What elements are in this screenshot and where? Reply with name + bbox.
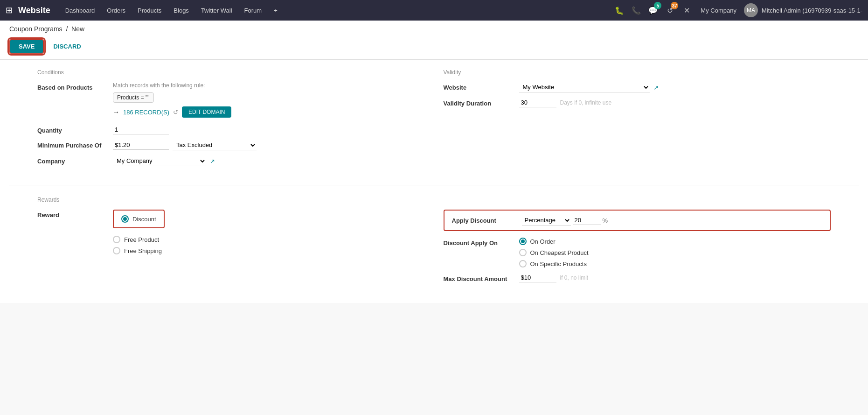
- conditions-validity-section: Conditions Based on Products Match recor…: [9, 60, 859, 181]
- nav-icons: 🐛 📞 💬 5 ↺ 37 ✕ My Company MA Mitchell Ad…: [613, 3, 862, 17]
- quantity-value: [113, 125, 425, 134]
- website-external-link-icon[interactable]: ↗: [653, 84, 659, 91]
- reward-free-product-radio[interactable]: [113, 236, 120, 243]
- max-discount-row: Max Discount Amount if 0, no limit: [444, 273, 831, 282]
- phone-icon[interactable]: 📞: [630, 4, 643, 17]
- company-value: My Company ↗: [113, 156, 425, 166]
- validity-title: Validity: [444, 69, 831, 76]
- rewards-grid: Reward Discount Free Product: [37, 210, 831, 282]
- discount-apply-on-label: Discount Apply On: [444, 238, 514, 246]
- user-avatar[interactable]: MA: [744, 3, 758, 17]
- breadcrumb-current: New: [71, 25, 84, 33]
- nav-add[interactable]: +: [268, 4, 283, 17]
- company-select[interactable]: My Company: [113, 156, 206, 166]
- messages-icon[interactable]: 💬 5: [646, 4, 660, 17]
- company-external-link-icon[interactable]: ↗: [210, 158, 215, 165]
- apply-on-specific-radio[interactable]: [519, 260, 527, 267]
- breadcrumb: Coupon Programs / New: [9, 25, 84, 33]
- tax-select[interactable]: Tax Excluded Tax Included: [173, 140, 257, 150]
- action-bar: SAVE DISCARD: [0, 35, 868, 60]
- apply-on-cheapest-label: On Cheapest Product: [530, 249, 589, 256]
- rewards-title: Rewards: [37, 197, 831, 203]
- validity-col: Validity Website My Website ↗ Validity D…: [444, 69, 831, 172]
- nav-blogs[interactable]: Blogs: [168, 4, 194, 17]
- refresh-icon[interactable]: ↺: [173, 109, 178, 116]
- records-link[interactable]: 186 RECORD(S): [123, 109, 169, 116]
- reward-options: Discount Free Product: [113, 210, 425, 254]
- apply-on-cheapest-radio[interactable]: [519, 249, 527, 256]
- arrow-icon: →: [113, 108, 119, 116]
- validity-hint: Days if 0, infinite use: [560, 99, 612, 106]
- max-discount-input[interactable]: [519, 273, 556, 282]
- website-select[interactable]: My Website: [519, 82, 650, 92]
- rewards-right-col: Apply Discount Percentage Fixed Amount %…: [444, 210, 831, 282]
- edit-domain-button[interactable]: EDIT DOMAIN: [182, 106, 231, 118]
- min-purchase-label: Minimum Purchase Of: [37, 140, 107, 149]
- main-content: Conditions Based on Products Match recor…: [0, 60, 868, 303]
- reward-free-product-label: Free Product: [124, 236, 159, 243]
- breadcrumb-area: Coupon Programs / New: [0, 21, 868, 35]
- quantity-label: Quantity: [37, 125, 107, 134]
- company-label: My Company: [697, 7, 740, 14]
- website-label: Website: [444, 82, 514, 91]
- reward-free-shipping-label: Free Shipping: [124, 247, 162, 254]
- apply-on-cheapest-option[interactable]: On Cheapest Product: [519, 249, 831, 256]
- quantity-row: Quantity: [37, 125, 425, 134]
- nav-orders[interactable]: Orders: [101, 4, 131, 17]
- apply-discount-label: Apply Discount: [452, 217, 513, 224]
- breadcrumb-separator: /: [66, 25, 68, 33]
- reward-discount-radio[interactable]: [121, 215, 129, 223]
- bug-icon[interactable]: 🐛: [613, 4, 626, 17]
- top-nav: ⊞ Website Dashboard Orders Products Blog…: [0, 0, 868, 21]
- nav-forum[interactable]: Forum: [239, 4, 268, 17]
- website-row: Website My Website ↗: [444, 82, 831, 92]
- domain-tag[interactable]: Products = "": [113, 92, 154, 103]
- close-icon[interactable]: ✕: [680, 4, 693, 17]
- reward-free-product-option: Free Product: [113, 236, 425, 243]
- apply-on-order-radio[interactable]: [519, 238, 527, 245]
- messages-badge: 5: [654, 2, 661, 9]
- rewards-left-col: Reward Discount Free Product: [37, 210, 425, 282]
- reward-discount-label: Discount: [132, 216, 156, 223]
- based-on-products-label: Based on Products: [37, 82, 107, 91]
- reward-free-shipping-radio[interactable]: [113, 247, 120, 254]
- app-name: Website: [18, 6, 50, 15]
- validity-duration-row: Validity Duration Days if 0, infinite us…: [444, 98, 831, 107]
- breadcrumb-parent[interactable]: Coupon Programs: [9, 25, 62, 33]
- min-purchase-row: Minimum Purchase Of Tax Excluded Tax Inc…: [37, 140, 425, 150]
- grid-icon[interactable]: ⊞: [6, 5, 13, 15]
- max-discount-hint: if 0, no limit: [560, 274, 589, 281]
- conditions-title: Conditions: [37, 69, 425, 76]
- company-row: Company My Company ↗: [37, 156, 425, 166]
- nav-products[interactable]: Products: [132, 4, 167, 17]
- reward-discount-box: Discount: [113, 210, 165, 228]
- reward-discount-option[interactable]: Discount: [121, 215, 156, 223]
- quantity-input[interactable]: [113, 125, 169, 134]
- discard-button[interactable]: DISCARD: [49, 40, 84, 53]
- apply-on-specific-label: On Specific Products: [530, 260, 587, 267]
- website-value: My Website ↗: [519, 82, 831, 92]
- percent-input-row: Percentage Fixed Amount %: [522, 215, 608, 225]
- apply-discount-box: Apply Discount Percentage Fixed Amount %: [444, 210, 831, 231]
- conditions-col: Conditions Based on Products Match recor…: [37, 69, 425, 172]
- min-purchase-input[interactable]: [113, 141, 169, 150]
- validity-duration-value: Days if 0, infinite use: [519, 98, 831, 107]
- based-on-products-row: Based on Products Match records with the…: [37, 82, 425, 120]
- nav-dashboard[interactable]: Dashboard: [60, 4, 101, 17]
- discount-apply-on-row: Discount Apply On On Order On Cheapest P…: [444, 238, 831, 267]
- save-button[interactable]: SAVE: [9, 39, 44, 54]
- validity-days-input[interactable]: [519, 98, 556, 107]
- discount-apply-on-options: On Order On Cheapest Product On Specific…: [519, 238, 831, 267]
- percentage-select[interactable]: Percentage Fixed Amount: [522, 215, 571, 225]
- percentage-input[interactable]: [573, 216, 601, 225]
- nav-twitter-wall[interactable]: Twitter Wall: [195, 4, 238, 17]
- user-name: Mitchell Admin (16970939-saas-15-1-: [762, 7, 862, 14]
- reward-row: Reward Discount Free Product: [37, 210, 425, 254]
- rewards-section: Rewards Reward Discount: [9, 189, 859, 294]
- apply-on-order-option[interactable]: On Order: [519, 238, 831, 245]
- apply-on-specific-option[interactable]: On Specific Products: [519, 260, 831, 267]
- validity-duration-label: Validity Duration: [444, 98, 514, 107]
- reward-free-shipping-option: Free Shipping: [113, 247, 425, 254]
- based-on-products-value: Match records with the following rule: P…: [113, 82, 425, 120]
- activity-icon[interactable]: ↺ 37: [663, 4, 676, 17]
